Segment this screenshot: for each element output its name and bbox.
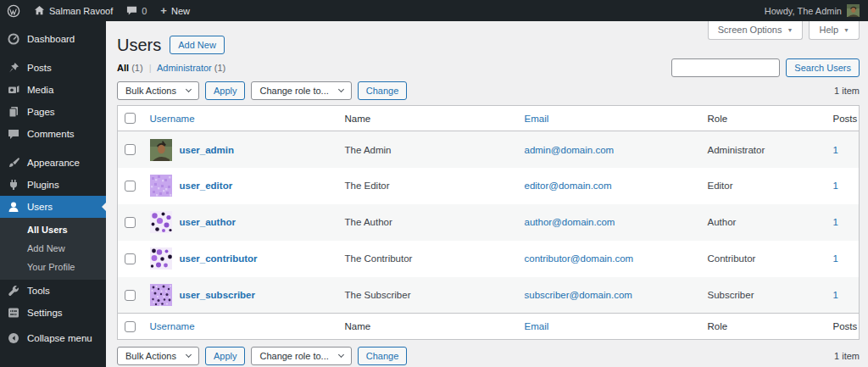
email-link[interactable]: subscriber@domain.com xyxy=(525,290,632,300)
sidebar-item-comments[interactable]: Comments xyxy=(0,123,106,145)
filter-all-link[interactable]: All xyxy=(117,63,129,73)
sidebar-item-users[interactable]: Users xyxy=(0,196,106,218)
select-all-checkbox[interactable] xyxy=(125,321,136,332)
user-role: Administrator xyxy=(701,131,826,168)
filter-search-row: All (1) | Administrator (1) Search Users xyxy=(117,57,860,79)
sidebar-label: Pages xyxy=(27,107,55,117)
user-name: The Editor xyxy=(338,168,518,204)
site-name: Salman Ravoof xyxy=(49,6,113,16)
dashboard-gauge-icon xyxy=(8,33,19,45)
select-chevron-icon xyxy=(338,352,344,358)
table-header-row: Username Name Email Role Posts xyxy=(118,106,860,131)
admin-sidebar: Dashboard Posts Media Pages Comments xyxy=(0,21,106,367)
users-table: Username Name Email Role Posts user_admi… xyxy=(117,105,860,340)
help-button[interactable]: Help ▼ xyxy=(809,21,860,40)
posts-count-link[interactable]: 1 xyxy=(833,145,838,155)
sidebar-item-tools[interactable]: Tools xyxy=(0,280,106,302)
admin-bar-account[interactable]: Howdy, The Admin xyxy=(756,0,868,21)
item-count: 1 item xyxy=(834,351,860,361)
comments-count: 0 xyxy=(142,6,147,16)
select-all-checkbox[interactable] xyxy=(125,113,136,124)
user-avatar xyxy=(150,284,172,306)
bulk-actions-toolbar-top: Bulk Actions Apply Change role to... Cha… xyxy=(117,81,860,101)
role-filters: All (1) | Administrator (1) xyxy=(117,63,225,73)
apply-button[interactable]: Apply xyxy=(205,347,246,365)
user-role: Subscriber xyxy=(701,277,826,314)
search-users-button[interactable]: Search Users xyxy=(786,58,860,77)
bulk-actions-label: Bulk Actions xyxy=(125,86,176,96)
sort-username-header[interactable]: Username xyxy=(150,321,195,331)
screen-options-button[interactable]: Screen Options ▼ xyxy=(708,21,804,40)
email-link[interactable]: author@domain.com xyxy=(525,217,615,227)
screen-options-label: Screen Options xyxy=(718,25,782,35)
apply-button[interactable]: Apply xyxy=(205,81,246,100)
row-checkbox[interactable] xyxy=(125,253,136,264)
account-avatar xyxy=(847,4,860,17)
username-link[interactable]: user_admin xyxy=(180,145,235,155)
username-link[interactable]: user_subscriber xyxy=(180,290,256,300)
username-link[interactable]: user_editor xyxy=(180,181,233,191)
filter-administrator-link[interactable]: Administrator xyxy=(157,63,212,73)
screen-meta-tabs: Screen Options ▼ Help ▼ xyxy=(708,21,860,40)
row-checkbox[interactable] xyxy=(125,181,136,192)
filter-all-count: (1) xyxy=(131,63,142,73)
row-checkbox[interactable] xyxy=(125,144,136,155)
change-role-select[interactable]: Change role to... xyxy=(251,81,351,100)
select-chevron-icon xyxy=(186,86,192,92)
change-button[interactable]: Change xyxy=(358,81,408,100)
email-link[interactable]: editor@domain.com xyxy=(525,181,612,191)
sidebar-item-settings[interactable]: Settings xyxy=(0,302,106,324)
table-row: user_admin The Admin admin@domain.com Ad… xyxy=(118,131,860,168)
submenu-add-new[interactable]: Add New xyxy=(0,239,106,258)
email-link[interactable]: admin@domain.com xyxy=(525,145,615,155)
new-label: New xyxy=(171,6,190,16)
bulk-actions-select[interactable]: Bulk Actions xyxy=(117,347,199,365)
posts-count-link[interactable]: 1 xyxy=(833,290,838,300)
howdy-text: Howdy, The Admin xyxy=(765,6,842,16)
submenu-all-users[interactable]: All Users xyxy=(0,220,106,239)
email-link[interactable]: contributor@domain.com xyxy=(525,253,634,264)
sidebar-item-plugins[interactable]: Plugins xyxy=(0,174,106,196)
name-header: Name xyxy=(338,106,518,131)
change-role-label: Change role to... xyxy=(259,351,328,361)
user-name: The Subscriber xyxy=(338,277,518,314)
select-chevron-icon xyxy=(186,352,192,358)
sort-username-header[interactable]: Username xyxy=(150,114,195,124)
admin-bar-comments[interactable]: 0 xyxy=(120,0,153,21)
plus-icon: + xyxy=(160,5,167,16)
user-name: The Author xyxy=(338,204,518,241)
users-page: Screen Options ▼ Help ▼ Users Add New Al… xyxy=(106,21,868,367)
search-users-input[interactable] xyxy=(671,58,780,77)
sort-email-header[interactable]: Email xyxy=(525,114,549,124)
posts-count-link[interactable]: 1 xyxy=(833,181,838,191)
posts-count-link[interactable]: 1 xyxy=(833,217,838,227)
admin-bar-new[interactable]: + New xyxy=(153,0,197,21)
sidebar-label: Media xyxy=(27,85,53,95)
sidebar-item-appearance[interactable]: Appearance xyxy=(0,152,106,174)
submenu-your-profile[interactable]: Your Profile xyxy=(0,258,106,276)
sidebar-item-pages[interactable]: Pages xyxy=(0,101,106,123)
sidebar-label: Plugins xyxy=(27,180,59,190)
sidebar-item-posts[interactable]: Posts xyxy=(0,57,106,79)
username-link[interactable]: user_contributor xyxy=(180,253,258,264)
username-link[interactable]: user_author xyxy=(180,217,236,227)
home-icon xyxy=(34,5,45,16)
row-checkbox[interactable] xyxy=(125,290,136,301)
filter-admin-count: (1) xyxy=(214,63,225,73)
posts-count-link[interactable]: 1 xyxy=(833,253,838,264)
sidebar-item-dashboard[interactable]: Dashboard xyxy=(0,28,106,50)
table-row: user_contributor The Contributor contrib… xyxy=(118,241,860,277)
bulk-actions-select[interactable]: Bulk Actions xyxy=(117,81,199,100)
site-home-link[interactable]: Salman Ravoof xyxy=(27,0,120,21)
row-checkbox[interactable] xyxy=(125,217,136,228)
wordpress-logo-menu[interactable] xyxy=(0,0,27,21)
add-new-button[interactable]: Add New xyxy=(170,36,225,54)
pushpin-icon xyxy=(8,62,19,74)
change-button[interactable]: Change xyxy=(358,347,408,365)
sidebar-item-media[interactable]: Media xyxy=(0,79,106,101)
change-role-select[interactable]: Change role to... xyxy=(251,347,351,365)
sidebar-item-collapse-menu[interactable]: Collapse menu xyxy=(0,327,106,349)
user-name: The Admin xyxy=(338,131,518,168)
sort-email-header[interactable]: Email xyxy=(525,321,549,331)
name-header: Name xyxy=(338,314,518,339)
